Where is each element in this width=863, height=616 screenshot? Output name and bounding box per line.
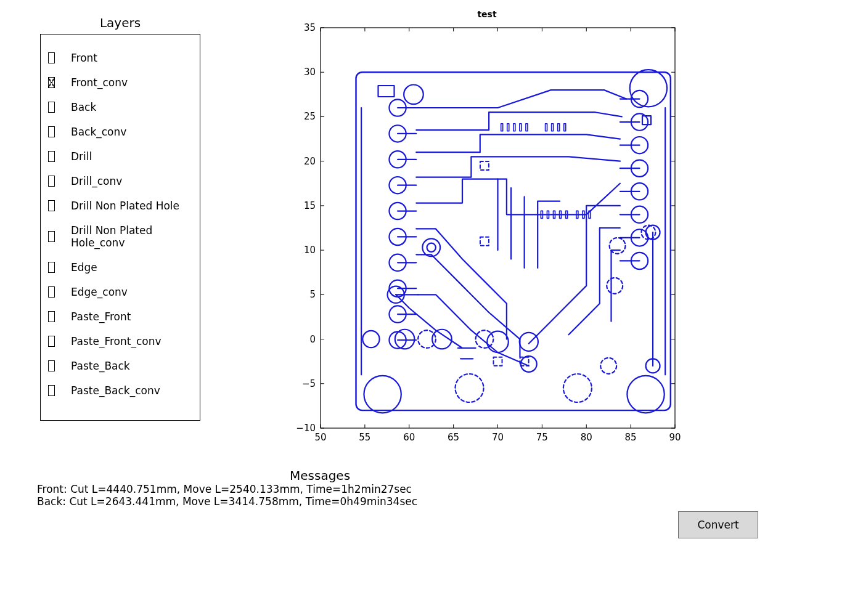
svg-point-117 — [600, 358, 616, 374]
layer-row[interactable]: Paste_Front_conv — [47, 329, 194, 354]
layer-row[interactable]: Drill Non Plated Hole — [47, 193, 194, 218]
layer-checkbox[interactable] — [48, 360, 55, 371]
layer-label: Paste_Front_conv — [71, 335, 161, 347]
svg-rect-105 — [480, 237, 489, 246]
svg-text:25: 25 — [304, 111, 316, 122]
svg-point-61 — [630, 70, 667, 107]
svg-rect-87 — [501, 124, 503, 131]
plot-area: test 505560657075808590−10−5051015202530… — [290, 9, 684, 453]
layers-title: Layers — [40, 15, 200, 30]
layer-row[interactable]: Drill Non Plated Hole_conv — [47, 218, 194, 255]
messages-panel: Messages Front: Cut L=4440.751mm, Move L… — [37, 468, 417, 508]
layer-checkbox[interactable] — [48, 52, 55, 63]
svg-text:55: 55 — [359, 432, 370, 443]
svg-text:90: 90 — [669, 432, 681, 443]
layers-panel: Layers FrontFront_convBackBack_convDrill… — [40, 15, 200, 421]
messages-title: Messages — [290, 468, 417, 483]
svg-rect-90 — [520, 124, 521, 131]
svg-text:30: 30 — [304, 67, 316, 78]
messages-line: Back: Cut L=2643.441mm, Move L=3414.758m… — [37, 495, 417, 508]
svg-text:15: 15 — [304, 200, 316, 211]
convert-button[interactable]: Convert — [678, 511, 758, 538]
svg-text:35: 35 — [304, 22, 316, 33]
messages-line: Front: Cut L=4440.751mm, Move L=2540.133… — [37, 483, 417, 495]
svg-point-75 — [362, 331, 379, 347]
svg-point-114 — [563, 374, 592, 402]
layer-label: Paste_Front — [71, 310, 131, 323]
layer-row[interactable]: Front_conv — [47, 70, 194, 95]
svg-text:20: 20 — [304, 156, 316, 167]
layer-row[interactable]: Edge_conv — [47, 280, 194, 304]
layer-checkbox[interactable] — [48, 176, 55, 187]
layer-checkbox[interactable] — [48, 231, 55, 242]
svg-point-119 — [610, 238, 626, 254]
svg-point-115 — [418, 330, 436, 348]
svg-rect-62 — [378, 86, 395, 97]
layer-checkbox[interactable] — [48, 336, 55, 347]
svg-text:−10: −10 — [296, 423, 316, 434]
layer-label: Back_conv — [71, 126, 126, 138]
svg-point-116 — [476, 330, 494, 348]
svg-text:5: 5 — [309, 289, 316, 300]
svg-point-111 — [520, 333, 538, 351]
layer-label: Front_conv — [71, 76, 128, 89]
svg-text:70: 70 — [492, 432, 504, 443]
svg-text:10: 10 — [304, 245, 316, 256]
svg-rect-93 — [552, 124, 554, 131]
layer-checkbox[interactable] — [48, 77, 55, 88]
svg-point-60 — [627, 376, 664, 413]
svg-rect-89 — [513, 124, 515, 131]
layer-label: Edge — [71, 261, 97, 274]
svg-text:0: 0 — [309, 334, 316, 345]
layer-row[interactable]: Edge — [47, 255, 194, 280]
layer-row[interactable]: Back — [47, 95, 194, 120]
svg-text:85: 85 — [625, 432, 637, 443]
svg-point-59 — [364, 376, 401, 413]
layer-label: Back — [71, 101, 96, 113]
layer-row[interactable]: Drill — [47, 144, 194, 169]
plot-title: test — [290, 9, 684, 19]
svg-point-118 — [607, 278, 623, 294]
svg-text:60: 60 — [403, 432, 415, 443]
svg-rect-106 — [494, 357, 502, 366]
svg-text:−5: −5 — [302, 378, 316, 389]
svg-point-63 — [404, 85, 423, 105]
svg-text:65: 65 — [448, 432, 459, 443]
layers-list: FrontFront_convBackBack_convDrillDrill_c… — [40, 34, 200, 421]
layer-checkbox[interactable] — [48, 262, 55, 273]
svg-text:80: 80 — [581, 432, 592, 443]
layer-checkbox[interactable] — [48, 311, 55, 322]
svg-rect-88 — [507, 124, 509, 131]
svg-point-108 — [395, 330, 415, 349]
convert-button-label: Convert — [697, 519, 738, 531]
svg-rect-94 — [558, 124, 560, 131]
layer-label: Drill_conv — [71, 175, 122, 187]
layer-checkbox[interactable] — [48, 385, 55, 396]
svg-text:75: 75 — [536, 432, 548, 443]
svg-point-110 — [487, 331, 509, 353]
layer-label: Paste_Back — [71, 360, 130, 372]
layer-row[interactable]: Drill_conv — [47, 169, 194, 193]
layer-label: Drill Non Plated Hole — [71, 200, 179, 212]
layer-checkbox[interactable] — [48, 286, 55, 298]
layer-row[interactable]: Paste_Front — [47, 304, 194, 329]
layer-label: Drill Non Plated Hole_conv — [71, 224, 192, 249]
layer-label: Front — [71, 52, 97, 64]
svg-rect-95 — [564, 124, 566, 131]
layer-checkbox[interactable] — [48, 126, 55, 137]
svg-rect-104 — [480, 161, 489, 170]
layer-label: Drill — [71, 150, 92, 163]
svg-rect-92 — [546, 124, 547, 131]
svg-point-121 — [422, 238, 440, 256]
layer-checkbox[interactable] — [48, 151, 55, 162]
layer-row[interactable]: Front — [47, 46, 194, 70]
layer-row[interactable]: Back_conv — [47, 120, 194, 144]
layer-checkbox[interactable] — [48, 200, 55, 211]
layer-label: Paste_Back_conv — [71, 384, 160, 397]
layer-checkbox[interactable] — [48, 102, 55, 113]
pcb-plot: 505560657075808590−10−505101520253035 — [290, 22, 684, 453]
svg-text:50: 50 — [314, 432, 326, 443]
layer-row[interactable]: Paste_Back — [47, 354, 194, 378]
layer-row[interactable]: Paste_Back_conv — [47, 378, 194, 403]
svg-point-122 — [427, 243, 436, 252]
